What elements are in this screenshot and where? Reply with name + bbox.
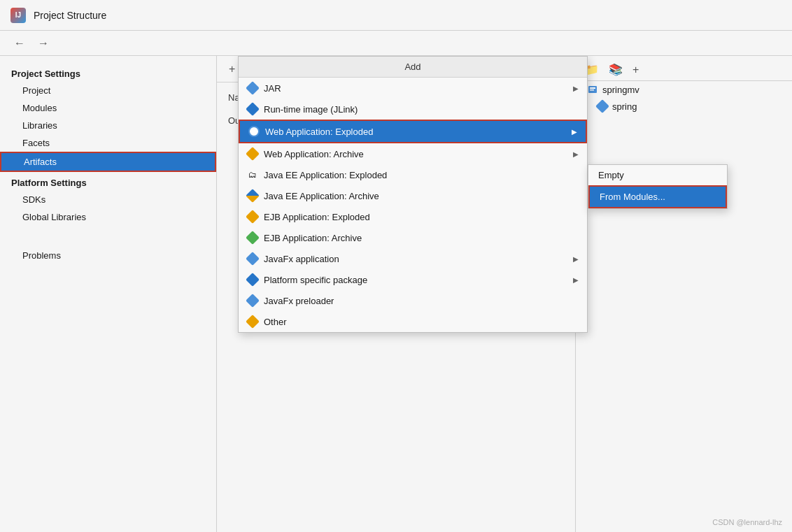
- web-exploded-icon: [248, 126, 260, 137]
- add-menu-item-other[interactable]: Other: [239, 311, 587, 332]
- add-menu-item-javaee-archive-label: Java EE Application: Archive: [264, 191, 379, 201]
- add-menu-item-platform-package[interactable]: Platform specific package ▶: [239, 269, 587, 290]
- back-button[interactable]: ←: [10, 36, 29, 51]
- tree-item-springmv-label: springmv: [602, 85, 639, 95]
- add-menu-item-jar[interactable]: JAR ▶: [239, 78, 587, 99]
- title-bar: IJ Project Structure: [0, 0, 792, 31]
- add-menu[interactable]: Add JAR ▶ Run-time image (JLink) Web App…: [238, 56, 588, 333]
- sidebar-item-project[interactable]: Project: [0, 82, 216, 99]
- other-icon: [247, 316, 258, 327]
- add-menu-item-javafx-preloader[interactable]: JavaFx preloader: [239, 290, 587, 311]
- add-menu-item-ejb-archive[interactable]: EJB Application: Archive: [239, 227, 587, 248]
- sidebar-item-sdks[interactable]: SDKs: [0, 191, 216, 208]
- javafx-preloader-icon: [247, 295, 258, 306]
- add-menu-item-javafx-preloader-label: JavaFx preloader: [264, 296, 334, 306]
- runtime-icon: [247, 103, 258, 115]
- sidebar-item-facets[interactable]: Facets: [0, 134, 216, 152]
- add-menu-item-web-archive[interactable]: Web Application: Archive ▶: [239, 143, 587, 164]
- jar-chevron: ▶: [573, 85, 579, 92]
- add-menu-item-ejb-archive-label: EJB Application: Archive: [264, 233, 362, 243]
- sub-menu-item-from-modules[interactable]: From Modules...: [588, 185, 727, 208]
- project-settings-title: Project Settings: [0, 63, 216, 82]
- web-archive-chevron: ▶: [573, 150, 579, 158]
- add-menu-item-other-label: Other: [264, 317, 287, 327]
- add-menu-item-jar-label: JAR: [264, 83, 281, 94]
- tree-stack-button[interactable]: 📚: [605, 62, 626, 78]
- sidebar-item-modules[interactable]: Modules: [0, 99, 216, 117]
- sidebar-item-libraries[interactable]: Libraries: [0, 117, 216, 134]
- sidebar-item-artifacts[interactable]: Artifacts: [0, 152, 216, 172]
- add-menu-item-javaee-exploded[interactable]: 🗂 Java EE Application: Exploded: [239, 164, 587, 185]
- main-area: Project Settings Project Modules Librari…: [0, 56, 792, 532]
- platform-package-icon: [247, 274, 258, 285]
- add-menu-item-javafx-app[interactable]: JavaFx application ▶: [239, 248, 587, 269]
- add-menu-item-javaee-archive[interactable]: Java EE Application: Archive: [239, 185, 587, 206]
- add-menu-item-javaee-exploded-label: Java EE Application: Exploded: [264, 170, 387, 180]
- sub-menu-from-modules-label: From Modules...: [600, 192, 665, 202]
- jar-icon: [247, 82, 258, 94]
- svg-rect-2: [590, 89, 594, 91]
- add-artifact-button[interactable]: +: [225, 62, 239, 77]
- nav-bar: ← →: [0, 31, 792, 56]
- tree-panel: 📁 📚 + springmv spring: [575, 56, 792, 532]
- add-menu-item-javafx-app-label: JavaFx application: [264, 254, 339, 264]
- tree-add-button[interactable]: +: [629, 62, 642, 78]
- spring-icon: [597, 101, 608, 112]
- tree-item-spring[interactable]: spring: [576, 98, 792, 115]
- add-menu-header: Add: [239, 57, 587, 78]
- web-exploded-chevron: ▶: [572, 128, 577, 136]
- add-menu-item-platform-package-label: Platform specific package: [264, 275, 367, 285]
- app-icon-box: IJ: [10, 8, 26, 23]
- add-menu-item-web-exploded-label: Web Application: Exploded: [265, 127, 373, 137]
- javaee-archive-icon: [247, 190, 258, 201]
- add-menu-item-web-archive-label: Web Application: Archive: [264, 149, 364, 159]
- app-icon-label: IJ: [15, 11, 21, 19]
- add-menu-item-ejb-exploded-label: EJB Application: Exploded: [264, 212, 370, 222]
- sidebar-item-global-libraries[interactable]: Global Libraries: [0, 208, 216, 226]
- watermark: CSDN @lennard-lhz: [712, 518, 782, 526]
- tree-toolbar: 📁 📚 +: [576, 59, 792, 81]
- forward-button[interactable]: →: [34, 36, 53, 51]
- ejb-exploded-icon: [247, 211, 258, 222]
- platform-package-chevron: ▶: [573, 276, 579, 284]
- add-menu-item-ejb-exploded[interactable]: EJB Application: Exploded: [239, 206, 587, 227]
- tree-item-springmv[interactable]: springmv: [576, 81, 792, 98]
- sidebar-item-problems[interactable]: Problems: [0, 247, 216, 264]
- ejb-archive-icon: [247, 232, 258, 243]
- javaee-exploded-icon: 🗂: [247, 169, 258, 180]
- sub-menu-item-empty[interactable]: Empty: [588, 165, 727, 185]
- add-menu-item-web-exploded[interactable]: Web Application: Exploded ▶: [239, 120, 587, 143]
- app-icon: IJ: [10, 7, 27, 24]
- right-panel: + − ⎘ Name: Output dire Add JAR ▶ Run-ti…: [217, 56, 792, 532]
- tree-item-spring-label: spring: [612, 101, 637, 112]
- svg-rect-1: [590, 87, 595, 89]
- javafx-app-icon: [247, 253, 258, 264]
- web-exploded-sub-menu[interactable]: Empty From Modules...: [588, 164, 728, 209]
- javafx-app-chevron: ▶: [573, 255, 579, 263]
- sidebar: Project Settings Project Modules Librari…: [0, 56, 217, 532]
- web-archive-icon: [247, 148, 258, 159]
- sub-menu-empty-label: Empty: [598, 170, 624, 180]
- springmv-icon: [587, 84, 598, 95]
- add-menu-item-runtime-label: Run-time image (JLink): [264, 104, 358, 115]
- platform-settings-title: Platform Settings: [0, 172, 216, 191]
- window-title: Project Structure: [34, 10, 106, 21]
- add-menu-item-runtime[interactable]: Run-time image (JLink): [239, 99, 587, 120]
